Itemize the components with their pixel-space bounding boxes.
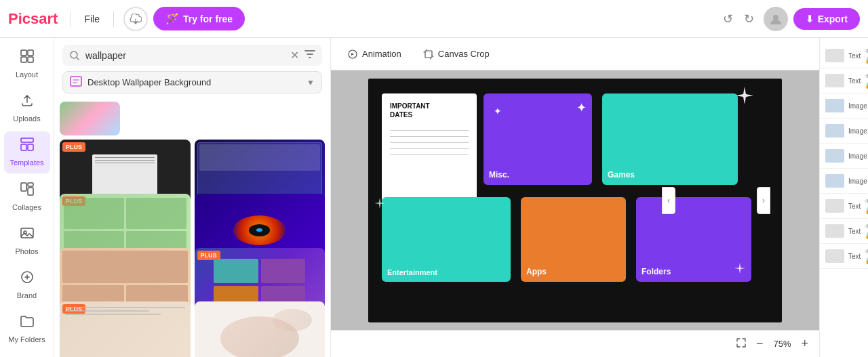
zoom-out-button[interactable]: − — [756, 337, 764, 351]
layer-label-8: Text — [848, 228, 861, 235]
canvas-crop-icon — [423, 49, 434, 60]
apps-label: Apps — [526, 267, 547, 276]
search-input[interactable] — [85, 50, 285, 61]
important-dates-title: IMPORTANTDATES — [390, 102, 469, 119]
layer-image-2[interactable]: Image 👁 🔒 — [820, 119, 868, 144]
export-button[interactable]: ⬇ Export — [793, 8, 860, 30]
panel-collapse-button[interactable]: ‹ — [662, 187, 675, 214]
entertainment-label: Entertainment — [387, 268, 437, 276]
zoom-in-button[interactable]: + — [801, 337, 808, 351]
lock-icon-9: 🔒 — [865, 257, 868, 264]
photos-icon — [20, 226, 35, 245]
layer-text-2[interactable]: Text 👁 🔒 — [820, 68, 868, 93]
file-menu[interactable]: File — [80, 11, 104, 27]
uploads-icon — [20, 93, 35, 112]
apps-folder[interactable]: Apps — [521, 197, 626, 282]
lock-icon-8: 🔒 — [865, 232, 868, 239]
topbar-right: ⬇ Export — [764, 7, 860, 31]
panel-right-expand-button[interactable]: › — [757, 187, 770, 214]
svg-point-0 — [773, 15, 778, 20]
layer-preview-5 — [825, 149, 844, 163]
sidebar-item-templates[interactable]: Templates — [4, 131, 50, 173]
layer-image-1[interactable]: Image 👁 🔒 — [820, 93, 868, 119]
redo-button[interactable]: ↻ — [740, 9, 758, 29]
undo-button[interactable]: ↺ — [719, 9, 737, 29]
sidebar-item-uploads[interactable]: Uploads — [4, 87, 50, 129]
layer-text-1[interactable]: Text 👁 🔒 — [820, 43, 868, 68]
entertainment-folder[interactable]: Entertainment — [382, 197, 511, 282]
plus-badge: PLUS — [62, 142, 85, 152]
collages-icon — [20, 182, 35, 201]
svg-rect-8 — [21, 183, 26, 191]
svg-rect-16 — [425, 51, 432, 58]
type-icon — [70, 76, 82, 89]
layer-text-3[interactable]: Text 👁 🔒 — [820, 194, 868, 219]
layer-label-2: Text — [848, 77, 861, 85]
search-row: ✕ — [62, 45, 322, 66]
avatar-button[interactable] — [764, 7, 788, 31]
canvas-frame[interactable]: IMPORTANTDATES Misc. ✦ — [368, 79, 782, 322]
eye-icon-2[interactable]: 👁 — [865, 72, 868, 80]
animation-button[interactable]: Animation — [342, 46, 407, 62]
sidebar-item-myfolders[interactable]: My Folders — [4, 308, 50, 350]
canvas-crop-button[interactable]: Canvas Crop — [418, 46, 495, 62]
sidebar-item-collages[interactable]: Collages — [4, 176, 50, 217]
layer-label-5: Image — [848, 152, 867, 160]
download-icon: ⬇ — [806, 14, 814, 24]
svg-rect-7 — [28, 144, 33, 150]
games-folder[interactable]: Games — [602, 93, 738, 185]
export-label: Export — [818, 14, 848, 24]
canvas-crop-label: Canvas Crop — [438, 49, 490, 59]
lock-icon-7: 🔒 — [865, 207, 868, 214]
search-clear-button[interactable]: ✕ — [290, 49, 299, 62]
eye-icon-7[interactable]: 👁 — [865, 198, 868, 205]
cloud-button[interactable] — [123, 7, 148, 31]
important-dates-card: IMPORTANTDATES — [382, 93, 477, 209]
layer-label-9: Text — [848, 253, 861, 260]
sidebar-item-layout[interactable]: Layout — [4, 43, 50, 85]
layer-text-5[interactable]: Text 👁 🔒 — [820, 244, 868, 269]
search-filter-button[interactable] — [304, 49, 315, 62]
picsart-logo[interactable]: Picsart — [8, 10, 58, 28]
layer-image-4[interactable]: Image 👁 🔒 — [820, 169, 868, 194]
canvas-content: ‹ › IMPORTANTDATES — [331, 70, 819, 330]
right-layers-panel: Text 👁 🔒 Text 👁 🔒 Image 👁 🔒 Image — [819, 38, 868, 357]
canvas-area: Animation Canvas Crop ‹ › IMPORTANTDAT — [331, 38, 819, 357]
zoom-level-display[interactable]: 75% — [768, 339, 795, 349]
undo-redo-group: ↺ ↻ — [719, 9, 758, 29]
games-label: Games — [608, 170, 635, 180]
left-spark — [374, 197, 386, 212]
eye-icon-1[interactable]: 👁 — [865, 47, 868, 55]
fit-screen-button[interactable] — [732, 336, 751, 352]
canvas-toolbar: Animation Canvas Crop — [331, 38, 819, 70]
list-item[interactable]: PLUS — [60, 301, 191, 357]
search-bar: ✕ Desktop Wallpaper Background ▼ — [54, 38, 330, 99]
layer-label-1: Text — [848, 52, 861, 60]
layer-image-3[interactable]: Image 👁 🔒 — [820, 144, 868, 169]
folders-folder[interactable]: Folders — [636, 197, 751, 282]
eye-icon-9[interactable]: 👁 — [865, 248, 868, 255]
bottom-right-spark — [734, 262, 746, 276]
svg-rect-4 — [28, 57, 33, 62]
layer-text-4[interactable]: Text 👁 🔒 — [820, 219, 868, 244]
layer-label-7: Text — [848, 203, 861, 210]
sidebar-layout-label: Layout — [16, 70, 38, 79]
sidebar-templates-label: Templates — [9, 159, 43, 167]
misc-spark: ✦ — [494, 106, 502, 117]
layout-icon — [20, 49, 35, 68]
svg-rect-15 — [71, 77, 81, 86]
list-item[interactable] — [195, 301, 326, 357]
sidebar-item-brand[interactable]: Brand — [4, 264, 50, 306]
template-banner[interactable] — [60, 102, 120, 135]
templates-icon — [20, 137, 35, 156]
sidebar-item-photos[interactable]: Photos — [4, 220, 50, 261]
try-free-button[interactable]: 🪄 Try for free — [153, 7, 245, 30]
eye-icon-8[interactable]: 👁 — [865, 223, 868, 230]
layer-preview-2 — [825, 74, 844, 87]
layer-preview-6 — [825, 174, 844, 188]
type-selector[interactable]: Desktop Wallpaper Background ▼ — [62, 71, 322, 93]
animation-label: Animation — [362, 49, 401, 59]
svg-rect-3 — [21, 57, 26, 62]
svg-rect-6 — [21, 144, 26, 150]
left-sidebar: Layout Uploads Templates — [0, 38, 54, 357]
